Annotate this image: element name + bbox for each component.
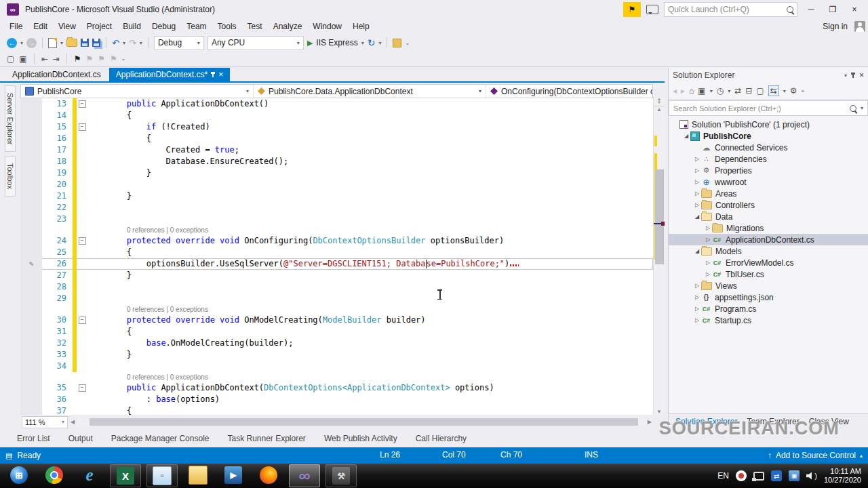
- new-file-dropdown-icon[interactable]: ▾: [60, 40, 63, 46]
- undo-dropdown-icon[interactable]: ▾: [123, 40, 125, 46]
- chevron-collapsed-icon[interactable]: ▷: [693, 306, 701, 312]
- clear-bookmarks-icon[interactable]: ⚑: [110, 54, 117, 64]
- code-content[interactable]: Created = true;: [87, 144, 653, 156]
- code-content[interactable]: 0 references | 0 exceptions: [87, 304, 653, 314]
- language-indicator[interactable]: EN: [717, 471, 729, 481]
- code-content[interactable]: {: [87, 247, 653, 258]
- undo-icon[interactable]: ↶: [112, 39, 119, 47]
- display-quick-info-icon[interactable]: ▣: [19, 54, 26, 64]
- save-icon[interactable]: [81, 39, 89, 47]
- taskbar-button-media-player[interactable]: ▶: [218, 464, 248, 486]
- scroll-up-icon[interactable]: ▲: [654, 106, 665, 113]
- side-tab-toolbox[interactable]: Toolbox: [5, 156, 16, 197]
- code-content[interactable]: {: [87, 326, 653, 338]
- close-tab-icon[interactable]: ×: [218, 70, 223, 79]
- code-content[interactable]: [87, 179, 653, 190]
- code-content[interactable]: protected override void OnModelCreating(…: [87, 314, 653, 326]
- scroll-down-icon[interactable]: ▼: [654, 409, 665, 415]
- zoom-level-dropdown[interactable]: 111 % ▾: [22, 416, 68, 428]
- editor-tab-applicationdbcontext-cs[interactable]: ApplicationDbContext.cs: [5, 68, 108, 81]
- chevron-collapsed-icon[interactable]: ▷: [704, 271, 712, 277]
- collapse-icon[interactable]: −: [79, 100, 86, 108]
- tree-item-data[interactable]: ◢Data: [669, 211, 868, 222]
- split-editor-handle[interactable]: ‡: [654, 97, 665, 106]
- back-icon[interactable]: ◂: [673, 87, 677, 95]
- chevron-collapsed-icon[interactable]: ▷: [704, 225, 712, 231]
- code-content[interactable]: : base(options): [87, 394, 653, 405]
- code-content[interactable]: [87, 293, 653, 304]
- code-content[interactable]: [87, 281, 653, 293]
- menu-item-project[interactable]: Project: [81, 20, 117, 33]
- collapse-icon[interactable]: −: [79, 317, 86, 324]
- network-icon[interactable]: [753, 472, 764, 481]
- code-content[interactable]: {: [87, 110, 653, 121]
- code-content[interactable]: }: [87, 190, 653, 202]
- toggle-bookmark-icon[interactable]: ⚑: [74, 54, 81, 64]
- chevron-collapsed-icon[interactable]: ▷: [693, 167, 701, 174]
- navigate-back-dropdown-icon[interactable]: ▾: [20, 40, 23, 46]
- tree-item-models[interactable]: ◢Models: [669, 245, 868, 257]
- collapse-icon[interactable]: −: [79, 237, 86, 245]
- editor-tab-applicationdbcontext-cs[interactable]: ApplicationDbContext.cs*×: [109, 68, 230, 81]
- editor-horizontal-scrollbar[interactable]: [77, 418, 645, 426]
- save-all-icon[interactable]: [92, 39, 100, 47]
- sync-with-active-document-icon[interactable]: ⇆: [768, 85, 779, 96]
- user-avatar[interactable]: [854, 21, 865, 32]
- codelens-text[interactable]: 0 references | 0 exceptions: [87, 306, 208, 313]
- code-content[interactable]: base.OnModelCreating(builder);: [87, 338, 653, 349]
- tree-item-applicationdbcontext-cs[interactable]: ▷C#ApplicationDbContext.cs: [669, 234, 868, 245]
- menu-item-analyze[interactable]: Analyze: [268, 20, 308, 33]
- code-content[interactable]: protected override void OnConfiguring(Db…: [87, 235, 653, 247]
- code-content[interactable]: }: [87, 349, 653, 361]
- chevron-collapsed-icon[interactable]: ▷: [693, 202, 701, 208]
- switch-views-icon[interactable]: ▣: [698, 87, 705, 95]
- code-content[interactable]: {: [87, 133, 653, 144]
- chevron-collapsed-icon[interactable]: ▷: [693, 294, 701, 300]
- chevron-expanded-icon[interactable]: ◢: [682, 133, 690, 139]
- panel-tab-call-hierarchy[interactable]: Call Hierarchy: [416, 434, 467, 443]
- next-bookmark-icon[interactable]: ⚑: [98, 54, 105, 64]
- navigate-backward-icon[interactable]: ▢: [7, 54, 14, 64]
- se-toolbar-overflow-icon[interactable]: »: [801, 88, 804, 94]
- code-content[interactable]: Database.EnsureCreated();: [87, 156, 653, 167]
- panel-tab-error-list[interactable]: Error List: [17, 434, 50, 443]
- tree-item-properties[interactable]: ▷⚙Properties: [669, 165, 868, 176]
- tray-recorder-icon[interactable]: [736, 470, 747, 481]
- restore-button[interactable]: ❐: [825, 5, 841, 14]
- menu-item-debug[interactable]: Debug: [146, 20, 181, 33]
- tree-item-appsettings-json[interactable]: ▷{}appsettings.json: [669, 291, 868, 303]
- show-all-files-icon[interactable]: ▢: [756, 87, 764, 95]
- code-content[interactable]: [87, 361, 653, 372]
- quick-launch-input[interactable]: Quick Launch (Ctrl+Q): [664, 2, 797, 17]
- tree-item-dependencies[interactable]: ▷∴Dependencies: [669, 153, 868, 165]
- code-content[interactable]: optionsBuilder.UseSqlServer(@"Server=DGS…: [87, 258, 653, 270]
- chevron-collapsed-icon[interactable]: ▷: [693, 190, 701, 197]
- tree-item-errorviewmodel-cs[interactable]: ▷C#ErrorViewModel.cs: [669, 257, 868, 268]
- editor-toolbar-overflow-icon[interactable]: ₌: [122, 56, 125, 62]
- chevron-collapsed-icon[interactable]: ▷: [704, 260, 712, 266]
- collapse-all-icon[interactable]: ⊟: [745, 87, 752, 95]
- home-icon[interactable]: ⌂: [689, 87, 694, 95]
- tree-item-controllers[interactable]: ▷Controllers: [669, 199, 868, 211]
- taskbar-button-start[interactable]: ⊞: [4, 464, 34, 486]
- menu-item-tools[interactable]: Tools: [212, 20, 242, 33]
- solution-configuration-dropdown[interactable]: Debug ▾: [154, 36, 204, 50]
- tree-item-wwwroot[interactable]: ▷⊕wwwroot: [669, 176, 868, 188]
- add-to-source-control-button[interactable]: ↑ Add to Source Control ▴: [768, 447, 863, 464]
- messenger-icon[interactable]: ▣: [789, 470, 800, 481]
- window-position-dropdown-icon[interactable]: ▾: [844, 73, 847, 79]
- solution-explorer-search-input[interactable]: Search Solution Explorer (Ctrl+;) ▾: [669, 100, 868, 116]
- increase-indent-icon[interactable]: ⇥: [53, 54, 60, 64]
- scrollbar-thumb[interactable]: [655, 169, 664, 264]
- run-target-dropdown-icon[interactable]: ▾: [361, 40, 364, 46]
- taskbar-button-visual-studio[interactable]: ∞: [289, 464, 320, 487]
- menu-item-window[interactable]: Window: [307, 20, 347, 33]
- tree-item-solution-publishcore-1-project[interactable]: Solution 'PublishCore' (1 project): [669, 119, 868, 130]
- previous-bookmark-icon[interactable]: ⚑: [86, 54, 94, 64]
- close-button[interactable]: ×: [846, 5, 863, 14]
- solution-platform-dropdown[interactable]: Any CPU ▾: [208, 36, 304, 50]
- code-content[interactable]: {: [87, 405, 653, 415]
- pending-changes-filter-icon[interactable]: ◷: [717, 87, 724, 95]
- tree-item-migrations[interactable]: ▷Migrations: [669, 222, 868, 234]
- menu-item-file[interactable]: File: [4, 20, 28, 33]
